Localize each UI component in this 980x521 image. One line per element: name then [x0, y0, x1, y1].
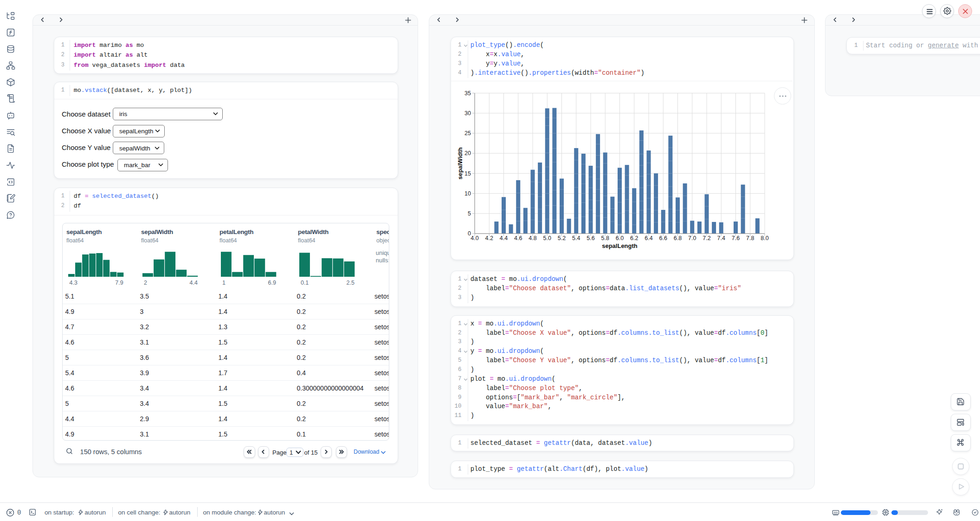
svg-text:6.0: 6.0: [616, 235, 624, 241]
svg-text:6.2: 6.2: [630, 235, 638, 241]
svg-text:7.2: 7.2: [703, 235, 710, 241]
svg-text:5.0: 5.0: [543, 235, 551, 241]
svg-text:35: 35: [464, 90, 471, 97]
svg-text:5.2: 5.2: [558, 235, 566, 241]
svg-text:6.6: 6.6: [659, 235, 667, 241]
svg-text:5.8: 5.8: [601, 235, 609, 241]
svg-text:7.8: 7.8: [746, 235, 754, 241]
svg-text:7.4: 7.4: [717, 235, 725, 241]
svg-text:7.0: 7.0: [688, 235, 696, 241]
svg-text:4.0: 4.0: [471, 235, 478, 241]
svg-text:4.2: 4.2: [485, 235, 493, 241]
svg-text:5: 5: [468, 210, 471, 217]
svg-text:0: 0: [468, 230, 471, 237]
svg-text:4.6: 4.6: [514, 235, 522, 241]
svg-text:15: 15: [464, 170, 471, 177]
svg-text:5.4: 5.4: [572, 235, 580, 241]
svg-text:8.0: 8.0: [761, 235, 768, 241]
svg-text:sepalLength: sepalLength: [602, 242, 638, 249]
svg-text:30: 30: [464, 110, 471, 117]
svg-text:sepalWidth: sepalWidth: [457, 147, 464, 179]
svg-text:4.8: 4.8: [529, 235, 536, 241]
svg-text:6.8: 6.8: [674, 235, 682, 241]
svg-text:7.6: 7.6: [732, 235, 740, 241]
svg-text:25: 25: [464, 130, 471, 137]
svg-text:6.4: 6.4: [645, 235, 652, 241]
svg-text:4.4: 4.4: [500, 235, 508, 241]
svg-text:10: 10: [464, 190, 471, 197]
svg-text:5.6: 5.6: [587, 235, 594, 241]
svg-text:20: 20: [464, 150, 471, 156]
